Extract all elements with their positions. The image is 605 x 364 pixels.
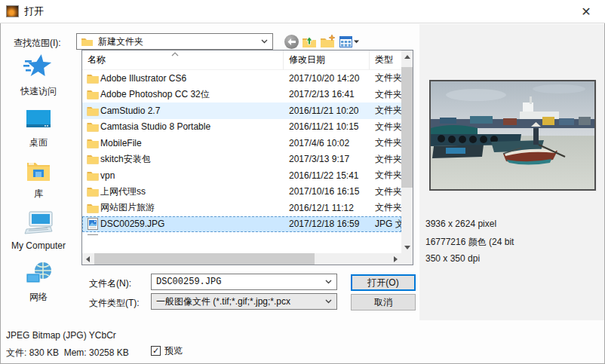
file-name-input[interactable]: DSC00259.JPG — [151, 274, 337, 290]
table-row[interactable]: 上网代理ss2017/10/16 16:15文件夹 — [82, 184, 401, 200]
file-date: 2016/11/21 10:20 — [284, 106, 370, 116]
column-header-date[interactable]: 修改日期 — [284, 50, 370, 69]
table-row[interactable]: DSC00259.JPG2017/12/18 16:59JPG 文 — [82, 216, 401, 233]
sidebar-item-label: 桌面 — [29, 136, 48, 149]
file-type: 文件夹 — [370, 185, 401, 198]
table-row[interactable]: 网站图片旅游2016/12/1 11:12文件夹 — [82, 200, 401, 216]
file-type-value: 一般图像文件 (*.tif;*.gif;*.jpg;*.pcx — [156, 295, 290, 308]
look-in-dropdown[interactable]: 新建文件夹 — [76, 33, 273, 50]
file-name: DSC00259.JPG — [100, 219, 284, 229]
computer-icon — [22, 211, 55, 237]
file-type-label: 文件类型(T): — [89, 297, 140, 310]
image-colors: 16777216 颜色 (24 bit — [425, 236, 603, 249]
file-type: 文件夹 — [370, 121, 401, 133]
table-row[interactable]: Adobe Illustrator CS62017/10/20 14:20文件夹 — [82, 70, 401, 87]
sidebar-item-network[interactable]: 网络 — [0, 262, 77, 304]
back-arrow-icon — [284, 35, 299, 49]
file-type: JPG 文 — [370, 234, 401, 235]
file-name: Adobe Photoshop CC 32位 — [100, 88, 284, 101]
chevron-down-icon — [261, 39, 268, 44]
scrollbar-corner — [401, 253, 413, 265]
file-date: 2016/11/22 15:41 — [284, 170, 370, 181]
image-file-icon — [85, 218, 100, 230]
sidebar-item-desktop[interactable]: 桌面 — [0, 109, 77, 149]
preview-image — [429, 80, 596, 191]
file-date: 2017/4/6 10:02 — [284, 138, 370, 148]
file-date: 2017/10/20 14:20 — [284, 73, 370, 84]
network-icon — [23, 262, 54, 288]
file-name: vpn — [100, 170, 284, 181]
file-date: 2017/3/13 9:17 — [284, 154, 370, 164]
view-grid-icon — [339, 36, 352, 47]
close-icon[interactable]: ✕ — [576, 2, 596, 20]
scroll-right-icon[interactable] — [390, 253, 401, 265]
file-name: 上网代理ss — [100, 185, 284, 198]
file-type: 文件夹 — [370, 136, 401, 149]
file-date: 2017/10/16 16:15 — [284, 186, 370, 197]
sort-ascending-icon — [171, 52, 179, 57]
file-rows: Adobe Illustrator CS62017/10/20 14:20文件夹… — [82, 70, 401, 235]
look-in-value: 新建文件夹 — [98, 35, 143, 48]
folder-icon — [85, 138, 100, 148]
list-header: 名称 修改日期 类型 — [82, 50, 401, 70]
horizontal-scroll-thumb[interactable] — [94, 253, 315, 265]
scroll-down-icon[interactable] — [401, 241, 413, 253]
horizontal-scrollbar[interactable] — [82, 253, 401, 265]
desktop-icon — [24, 109, 53, 133]
column-header-name[interactable]: 名称 — [82, 50, 284, 69]
scroll-up-icon[interactable] — [401, 50, 413, 63]
preview-checkbox[interactable]: ✓ — [151, 346, 161, 356]
look-in-label: 查找范围(I): — [14, 37, 61, 50]
table-row[interactable]: DSC00261.JPG2017/12/18 16:59JPG 文 — [82, 232, 401, 235]
view-menu-button[interactable] — [338, 33, 361, 50]
file-type: 文件夹 — [370, 88, 401, 101]
folder-icon — [81, 36, 94, 47]
folder-icon — [85, 186, 100, 197]
sidebar-item-label: 网络 — [29, 291, 48, 304]
chevron-down-icon — [325, 299, 332, 304]
table-row[interactable]: MobileFile2017/4/6 10:02文件夹 — [82, 135, 401, 151]
file-type-dropdown[interactable]: 一般图像文件 (*.tif;*.gif;*.jpg;*.pcx — [151, 293, 337, 310]
places-sidebar: 快速访问桌面库My Computer网络 — [0, 53, 77, 319]
file-name-label: 文件名(N): — [89, 277, 131, 290]
folder-up-icon — [302, 35, 317, 48]
table-row[interactable]: Adobe Photoshop CC 32位2017/2/13 16:41文件夹 — [82, 87, 401, 103]
format-status-text: JPEG Bitmap (JPG) YCbCr — [6, 330, 116, 341]
file-name: MobileFile — [100, 138, 284, 148]
table-row[interactable]: skitch安装包2017/3/13 9:17文件夹 — [82, 151, 401, 168]
new-folder-button[interactable] — [319, 33, 336, 50]
scroll-left-icon[interactable] — [82, 253, 94, 265]
file-date: 2017/2/13 16:41 — [284, 89, 370, 99]
file-type: 文件夹 — [370, 201, 401, 214]
column-header-type[interactable]: 类型 — [370, 50, 401, 69]
folder-icon — [85, 106, 100, 116]
page-title: 打开 — [24, 5, 44, 18]
quick-access-icon — [23, 53, 54, 82]
cancel-button[interactable]: 取消 — [351, 294, 416, 310]
sidebar-item-quick-access[interactable]: 快速访问 — [0, 53, 77, 98]
open-dialog: 打开 ✕ 查找范围(I): 新建文件夹 — [0, 0, 605, 364]
back-button[interactable] — [283, 33, 299, 50]
vertical-scroll-thumb[interactable] — [401, 67, 413, 188]
open-button[interactable]: 打开(O) — [351, 274, 416, 291]
file-name: skitch安装包 — [100, 153, 284, 166]
file-name: Adobe Illustrator CS6 — [100, 73, 284, 84]
up-one-level-button[interactable] — [301, 33, 318, 50]
sidebar-item-label: 库 — [34, 188, 43, 200]
file-date: 2016/12/1 11:12 — [284, 203, 370, 213]
table-row[interactable]: vpn2016/11/22 15:41文件夹 — [82, 167, 401, 184]
vertical-scrollbar[interactable] — [401, 50, 413, 253]
file-name: Camtasia Studio 8 Portable — [100, 121, 284, 132]
sidebar-item-my-computer[interactable]: My Computer — [0, 211, 77, 251]
table-row[interactable]: Camtasia Studio 8 Portable2016/11/21 10:… — [82, 119, 401, 136]
file-name-value: DSC00259.JPG — [156, 277, 221, 287]
libraries-icon — [26, 160, 51, 185]
sidebar-item-libraries[interactable]: 库 — [0, 160, 77, 200]
image-file-icon — [85, 234, 100, 235]
table-row[interactable]: CamStudio 2.72016/11/21 10:20文件夹 — [82, 102, 401, 119]
preview-checkbox-row: ✓ 预览 — [151, 344, 183, 357]
file-name: CamStudio 2.7 — [100, 106, 284, 116]
folder-icon — [85, 203, 100, 213]
preview-checkbox-label: 预览 — [164, 344, 183, 357]
size-status-text: 文件: 830 KB Mem: 30258 KB — [6, 347, 140, 359]
